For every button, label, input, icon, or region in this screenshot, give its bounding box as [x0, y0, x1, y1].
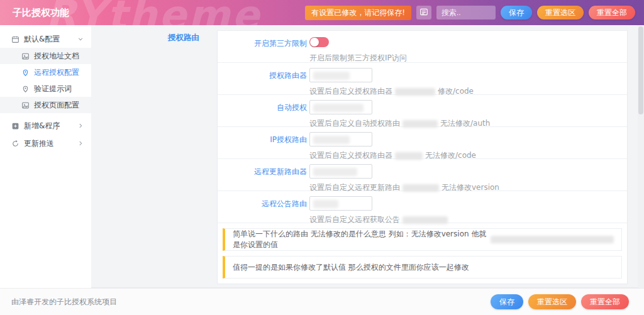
scrollbar-thumb[interactable]	[638, 26, 643, 114]
remote-update-router-input[interactable]	[309, 164, 372, 179]
sidebar-item-default-config[interactable]: 默认&配置	[0, 30, 91, 48]
plus-square-icon	[11, 122, 19, 130]
form-row-auth-router: 授权路由器 设置后自定义授权路由器修改/code	[218, 63, 627, 95]
footer-credit-text: 由泽睿开发的子比授权系统项目	[11, 297, 117, 307]
field-help: 设置后自定义远程更新路由无法修改version	[309, 182, 627, 193]
redacted-value	[313, 136, 350, 144]
refresh-icon	[11, 140, 19, 148]
page-title: 子比授权功能	[13, 7, 69, 19]
auth-router-input[interactable]	[309, 68, 372, 82]
redacted-value	[313, 72, 350, 80]
sidebar-item-label: 默认&配置	[24, 34, 60, 45]
page: RYtheme 子比授权功能 有设置已修改，请记得保存! 保存 重置选区 重置全…	[0, 0, 644, 315]
redacted-text	[402, 120, 438, 128]
sidebar-item-label: 远程授权配置	[34, 67, 79, 78]
sidebar-item-verify-prompt[interactable]: 验证提示词	[0, 80, 91, 97]
settings-panel: 开启第三方限制 开启后限制第三方授权IP访问 授权路由器 设置后自定义授	[217, 30, 628, 284]
sidebar: 默认&配置 授权地址文档 远程授权配置 验证提示词	[0, 25, 91, 288]
note-route-explain: 简单说一下什么的路由 无法修改的是什么意思 列如：无法修改version 他就是…	[223, 228, 622, 251]
save-button-footer[interactable]: 保存	[491, 294, 523, 309]
section-label: 授权路由	[168, 33, 199, 42]
field-label: IP授权路由	[218, 132, 307, 158]
save-button[interactable]: 保存	[501, 6, 532, 19]
watermark-text: RYtheme	[45, 0, 261, 25]
field-label: 远程更新路由器	[218, 164, 307, 191]
main-content: 授权路由 开启第三方限制 开启后限制第三方授权IP访问 授权路由器	[91, 25, 638, 288]
form-row-remote-notice-route: 远程公告路由 设置后自定义远程获取公告	[218, 191, 627, 223]
field-help: 设置后自定义授权路由器修改/code	[309, 86, 627, 97]
toggle-knob	[310, 38, 319, 47]
search-input[interactable]	[436, 6, 496, 19]
section-label-column: 授权路由	[91, 25, 217, 287]
field-help: 开启后限制第三方授权IP访问	[309, 53, 627, 64]
field-label: 开启第三方限制	[218, 36, 307, 62]
field-label: 授权路由器	[218, 68, 307, 94]
reset-all-button[interactable]: 重置全部	[589, 6, 635, 19]
third-party-limit-toggle[interactable]	[309, 37, 329, 47]
field-help: 设置后自定义远程获取公告	[309, 214, 627, 225]
location-pin-icon	[21, 69, 30, 77]
footer-actions: 保存 重置选区 重置全部	[491, 294, 629, 309]
remote-notice-route-input[interactable]	[309, 196, 372, 211]
location-pin-icon	[21, 85, 30, 93]
header: RYtheme 子比授权功能 有设置已修改，请记得保存! 保存 重置选区 重置全…	[0, 0, 644, 25]
chevron-down-icon	[77, 36, 84, 42]
redacted-value	[313, 168, 357, 176]
note-default-value: 值得一提的是如果你修改了默认值 那么授权的文件里面你应该一起修改	[223, 256, 622, 279]
sidebar-item-update-push[interactable]: 更新推送	[0, 135, 91, 152]
scrollbar[interactable]	[638, 25, 644, 288]
redacted-text	[491, 236, 614, 243]
redacted-text	[395, 88, 435, 96]
ip-auth-route-input[interactable]	[309, 132, 372, 146]
settings-list-button[interactable]	[416, 6, 431, 19]
redacted-text	[402, 216, 448, 224]
field-help: 设置后自定义自动授权路由无法修改/auth	[309, 118, 627, 129]
field-help: 设置后自定义授权路由器无法修改/code	[309, 150, 627, 161]
form-row-third-party-limit: 开启第三方限制 开启后限制第三方授权IP访问	[218, 31, 627, 63]
reset-section-button[interactable]: 重置选区	[537, 6, 584, 19]
redacted-text	[395, 152, 423, 160]
field-label: 远程公告路由	[218, 196, 307, 223]
chevron-right-icon	[77, 123, 84, 129]
sidebar-item-label: 新增&程序	[24, 121, 60, 131]
sidebar-item-label: 授权地址文档	[34, 51, 79, 62]
calendar-icon	[11, 35, 19, 43]
redacted-value	[313, 104, 364, 112]
sidebar-item-label: 更新推送	[24, 138, 54, 149]
panel-column: 开启第三方限制 开启后限制第三方授权IP访问 授权路由器 设置后自定义授	[217, 25, 638, 287]
sidebar-item-auth-address-doc[interactable]: 授权地址文档	[0, 48, 91, 64]
sidebar-item-add-program[interactable]: 新增&程序	[0, 117, 91, 135]
sidebar-item-label: 授权页面配置	[34, 100, 79, 111]
sidebar-item-remote-auth-config[interactable]: 远程授权配置	[0, 64, 91, 80]
chevron-right-icon	[77, 140, 84, 146]
form-row-remote-update-router: 远程更新路由器 设置后自定义远程更新路由无法修改version	[218, 159, 627, 191]
list-icon	[419, 8, 428, 18]
form-row-auto-auth: 自动授权 设置后自定义自动授权路由无法修改/auth	[218, 95, 627, 127]
redacted-value	[313, 200, 338, 208]
redacted-text	[402, 184, 439, 192]
document-frame-icon	[21, 101, 30, 109]
sidebar-item-auth-page-config[interactable]: 授权页面配置	[0, 97, 91, 113]
reset-all-button-footer[interactable]: 重置全部	[581, 294, 629, 309]
document-frame-icon	[21, 52, 30, 60]
unsaved-changes-badge: 有设置已修改，请记得保存!	[305, 6, 411, 20]
footer: 由泽睿开发的子比授权系统项目 保存 重置选区 重置全部	[0, 288, 644, 315]
header-actions: 有设置已修改，请记得保存! 保存 重置选区 重置全部	[305, 6, 635, 20]
auto-auth-input[interactable]	[309, 100, 372, 114]
reset-section-button-footer[interactable]: 重置选区	[528, 294, 576, 309]
form-row-ip-auth-route: IP授权路由 设置后自定义授权路由器无法修改/code	[218, 127, 627, 159]
sidebar-item-label: 验证提示词	[34, 84, 72, 94]
field-label: 自动授权	[218, 100, 307, 126]
